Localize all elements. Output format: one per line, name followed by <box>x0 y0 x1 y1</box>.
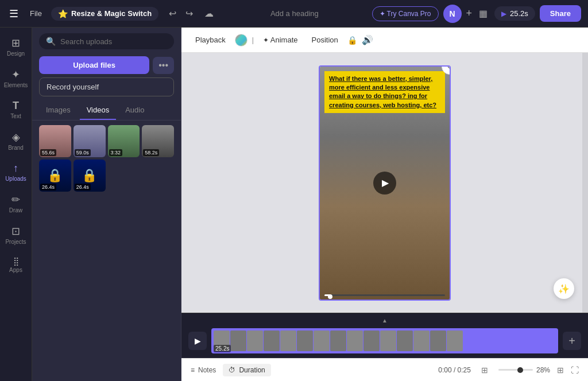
color-picker-button[interactable] <box>235 34 247 46</box>
search-box: 🔍 <box>39 33 174 49</box>
timeline-duration-label: 25.2s <box>214 345 231 352</box>
menu-icon[interactable]: ☰ <box>7 5 21 22</box>
video-duration: 3:32 <box>109 149 123 156</box>
timeline-collapse-button[interactable]: ▲ <box>181 313 588 326</box>
play-duration-label: 25.2s <box>510 9 528 18</box>
design-icon: ⊞ <box>11 37 20 49</box>
strip-thumb <box>297 331 313 351</box>
search-icon: 🔍 <box>46 37 56 46</box>
strip-thumb <box>280 331 296 351</box>
strip-thumb <box>330 331 346 351</box>
media-item[interactable]: 3:32 <box>108 125 140 157</box>
sidebar-item-design[interactable]: ⊞ Design <box>2 32 30 61</box>
timeline-play-button[interactable]: ▶ <box>188 332 207 350</box>
video-progress-bar <box>324 294 445 296</box>
strip-thumb <box>413 331 430 351</box>
canvas-scrollbar-right[interactable] <box>582 53 588 313</box>
tab-audio[interactable]: Audio <box>118 101 151 120</box>
media-item[interactable]: 🔒 26.4s <box>39 160 71 192</box>
strip-thumb <box>430 331 446 351</box>
view-toggle-button[interactable]: ⊞ <box>478 364 492 376</box>
plus-icon: + <box>568 335 575 348</box>
brand-emoji: ⭐ <box>58 9 68 18</box>
analytics-icon[interactable]: ▦ <box>477 6 490 21</box>
animate-button[interactable]: ✦ Animate <box>258 33 303 46</box>
strip-thumb <box>447 331 463 351</box>
zoom-thumb[interactable] <box>517 367 523 373</box>
undo-button[interactable]: ↩ <box>165 6 180 21</box>
tab-videos[interactable]: Videos <box>80 101 117 120</box>
sidebar-item-uploads[interactable]: ↑ Uploads <box>2 158 30 186</box>
record-yourself-button[interactable]: Record yourself <box>39 77 174 96</box>
sidebar-label-draw: Draw <box>9 207 22 213</box>
sidebar-label-uploads: Uploads <box>5 176 26 182</box>
canvas-viewport: ↻ What if there was a better, simpler, m… <box>181 53 588 313</box>
add-to-team-button[interactable]: + <box>466 7 473 20</box>
sidebar-item-apps[interactable]: ⣿ Apps <box>2 252 30 278</box>
topbar: ☰ File ⭐ Resize & Magic Switch ↩ ↪ ☁ Add… <box>0 0 588 28</box>
notes-label: Notes <box>198 366 216 374</box>
draw-icon: ✏ <box>11 193 20 206</box>
upload-more-button[interactable]: ••• <box>153 57 174 74</box>
fullscreen-button[interactable]: ⛶ <box>571 366 579 375</box>
sidebar-label-elements: Elements <box>4 82 28 88</box>
zoom-slider: 28% <box>498 366 550 374</box>
redo-button[interactable]: ↪ <box>182 6 196 21</box>
sidebar-item-text[interactable]: T Text <box>2 95 30 124</box>
brand-switcher[interactable]: ⭐ Resize & Magic Switch <box>51 7 158 21</box>
media-item[interactable]: 59.0s <box>74 125 106 157</box>
main-layout: ⊞ Design ✦ Elements T Text ◈ Brand ↑ Upl… <box>0 28 588 381</box>
grid-view-button[interactable]: ⊞ <box>557 366 564 375</box>
media-item[interactable]: 55.6s <box>39 125 71 157</box>
file-menu[interactable]: File <box>25 7 47 20</box>
video-play-button[interactable] <box>373 172 396 195</box>
sidebar-label-text: Text <box>10 113 21 119</box>
video-duration: 59.0s <box>75 149 91 156</box>
duration-button[interactable]: ⏱ Duration <box>223 364 270 376</box>
sidebar-icons: ⊞ Design ✦ Elements T Text ◈ Brand ↑ Upl… <box>0 28 32 381</box>
media-item[interactable]: 58.2s <box>142 125 174 157</box>
sidebar-item-draw[interactable]: ✏ Draw <box>2 189 30 218</box>
duration-label: Duration <box>239 366 265 374</box>
sidebar-item-projects[interactable]: ⊡ Projects <box>2 220 30 250</box>
overlay-text-content: What if there was a better, simpler, mor… <box>329 75 436 108</box>
uploads-icon: ↑ <box>13 162 18 174</box>
try-canva-pro-button[interactable]: ✦ Try Canva Pro <box>372 6 439 21</box>
tab-images[interactable]: Images <box>39 101 78 120</box>
strip-thumb <box>380 331 396 351</box>
strip-thumb <box>363 331 380 351</box>
zoom-percent: 28% <box>536 366 550 374</box>
elements-icon: ✦ <box>11 68 20 81</box>
divider-1: | <box>252 36 254 44</box>
zoom-track[interactable] <box>498 369 533 371</box>
timeline-strip-area: 25.2s <box>211 328 558 353</box>
notes-button[interactable]: ≡ Notes <box>191 366 216 374</box>
playback-button[interactable]: Playback <box>191 33 230 46</box>
play-preview-button[interactable]: ▶ 25.2s <box>494 6 535 21</box>
video-frame[interactable]: ↻ What if there was a better, simpler, m… <box>319 65 451 301</box>
sidebar-item-brand[interactable]: ◈ Brand <box>2 126 30 155</box>
sidebar-label-design: Design <box>7 50 25 57</box>
timeline-play-icon: ▶ <box>195 336 201 345</box>
audio-icon[interactable]: 🔊 <box>362 34 373 45</box>
lock-icon[interactable]: 🔒 <box>347 36 357 45</box>
position-button[interactable]: Position <box>307 33 342 46</box>
brand-name: Resize & Magic Switch <box>71 9 152 18</box>
avatar[interactable]: N <box>443 5 462 23</box>
sidebar-label-apps: Apps <box>9 267 22 273</box>
timeline-add-button[interactable]: + <box>563 332 581 350</box>
strip-thumb <box>230 331 246 351</box>
add-heading-button[interactable]: Add a heading <box>264 7 326 20</box>
magic-button[interactable]: ✨ <box>554 278 574 299</box>
sidebar-label-brand: Brand <box>8 145 24 151</box>
search-input[interactable] <box>60 37 167 46</box>
upload-files-button[interactable]: Upload files <box>39 56 149 74</box>
share-button[interactable]: Share <box>540 5 581 22</box>
video-duration: 58.2s <box>143 149 159 156</box>
brand-icon: ◈ <box>12 131 20 143</box>
media-item[interactable]: 🔒 26.4s <box>74 160 106 192</box>
duration-icon: ⏱ <box>229 366 235 374</box>
sidebar-item-elements[interactable]: ✦ Elements <box>2 64 30 93</box>
timeline-strip[interactable]: 25.2s <box>211 328 558 353</box>
canvas-toolbar: Playback | ✦ Animate Position 🔒 🔊 <box>181 28 588 53</box>
